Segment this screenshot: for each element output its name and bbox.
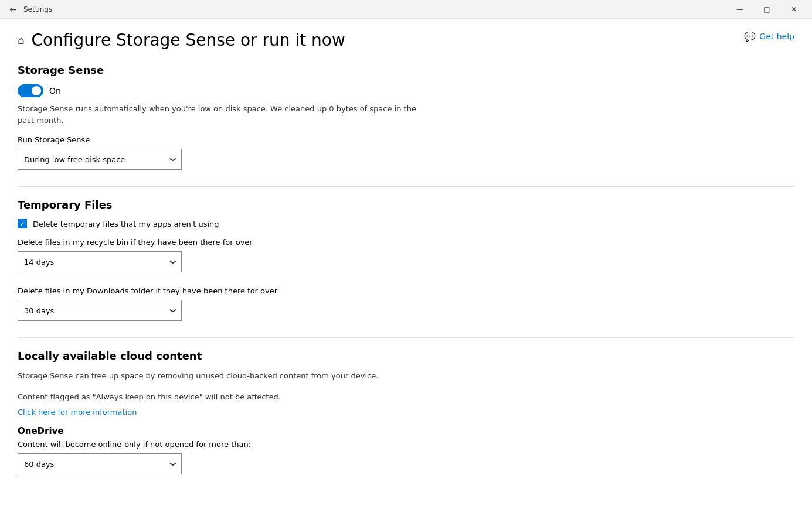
- get-help-label: Get help: [759, 32, 794, 41]
- onedrive-dropdown-arrow: ❯: [169, 462, 176, 466]
- title-bar: ← Settings — □ ✕: [0, 0, 812, 19]
- toggle-row: On: [18, 84, 794, 97]
- storage-sense-toggle[interactable]: [18, 84, 43, 97]
- onedrive-title: OneDrive: [18, 426, 794, 436]
- page-title: Configure Storage Sense or run it now: [31, 30, 345, 50]
- downloads-dropdown-arrow: ❯: [169, 308, 176, 313]
- storage-sense-description: Storage Sense runs automatically when yo…: [18, 103, 428, 126]
- get-help-link[interactable]: 💬 Get help: [744, 30, 794, 42]
- cloud-description-2: Content flagged as "Always keep on this …: [18, 391, 428, 403]
- run-dropdown-arrow: ❯: [169, 157, 176, 162]
- downloads-dropdown-value: 30 days: [24, 306, 54, 315]
- maximize-button[interactable]: □: [753, 0, 780, 19]
- recycle-bin-label: Delete files in my recycle bin if they h…: [18, 238, 794, 247]
- downloads-dropdown[interactable]: 30 days ❯: [18, 300, 182, 321]
- delete-temp-files-row: ✓ Delete temporary files that my apps ar…: [18, 219, 794, 228]
- storage-sense-title: Storage Sense: [18, 64, 794, 76]
- toggle-label: On: [49, 86, 61, 95]
- check-icon: ✓: [19, 220, 25, 228]
- run-storage-sense-dropdown[interactable]: During low free disk space ❯: [18, 149, 182, 170]
- downloads-label: Delete files in my Downloads folder if t…: [18, 286, 794, 295]
- page-header: ⌂ Configure Storage Sense or run it now: [18, 30, 794, 50]
- recycle-bin-dropdown[interactable]: 14 days ❯: [18, 251, 182, 272]
- run-dropdown-value: During low free disk space: [24, 155, 125, 164]
- temporary-files-title: Temporary Files: [18, 199, 794, 211]
- help-icon: 💬: [744, 30, 756, 42]
- divider-2: [18, 337, 794, 338]
- toggle-knob: [32, 86, 41, 95]
- minimize-button[interactable]: —: [726, 0, 753, 19]
- recycle-dropdown-arrow: ❯: [169, 259, 176, 264]
- delete-temp-files-label: Delete temporary files that my apps aren…: [33, 220, 219, 228]
- close-button[interactable]: ✕: [780, 0, 807, 19]
- onedrive-dropdown[interactable]: 60 days ❯: [18, 453, 182, 474]
- cloud-info-link[interactable]: Click here for more information: [18, 408, 137, 416]
- onedrive-label: Content will become online-only if not o…: [18, 440, 794, 449]
- temporary-files-section: Temporary Files ✓ Delete temporary files…: [18, 199, 794, 335]
- window-controls: — □ ✕: [726, 0, 807, 19]
- delete-temp-files-checkbox[interactable]: ✓: [18, 219, 27, 228]
- main-content: 💬 Get help ⌂ Configure Storage Sense or …: [0, 19, 812, 509]
- back-button[interactable]: ←: [5, 1, 21, 18]
- run-storage-sense-label: Run Storage Sense: [18, 135, 794, 144]
- cloud-content-title: Locally available cloud content: [18, 350, 794, 362]
- cloud-content-section: Locally available cloud content Storage …: [18, 350, 794, 488]
- divider-1: [18, 186, 794, 187]
- title-bar-text: Settings: [23, 5, 52, 13]
- onedrive-dropdown-value: 60 days: [24, 460, 54, 469]
- storage-sense-section: Storage Sense On Storage Sense runs auto…: [18, 64, 794, 184]
- recycle-dropdown-value: 14 days: [24, 258, 54, 267]
- home-icon[interactable]: ⌂: [18, 34, 24, 46]
- cloud-description-1: Storage Sense can free up space by remov…: [18, 370, 428, 382]
